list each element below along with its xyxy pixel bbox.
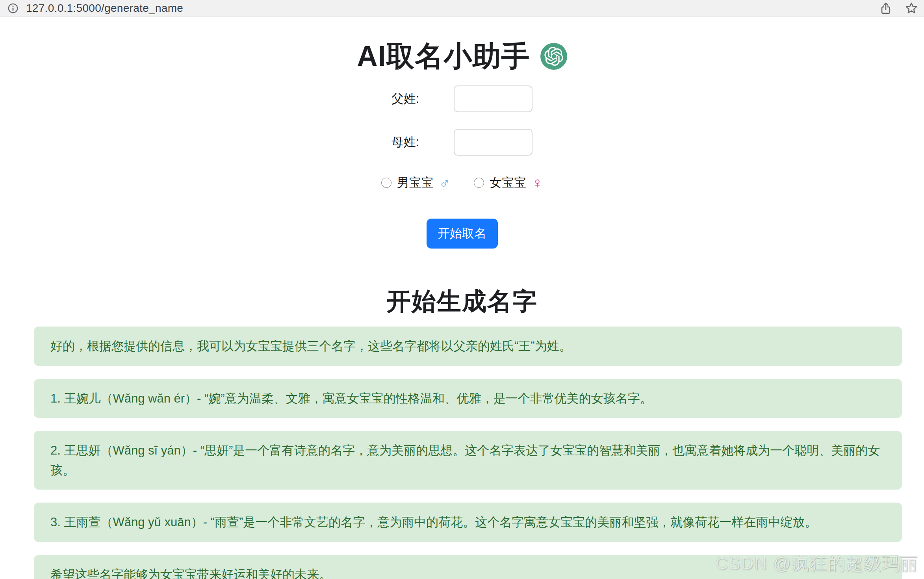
result-message: 希望这些名字能够为女宝宝带来好运和美好的未来。 [34,555,902,579]
openai-logo [540,43,567,70]
info-circle-icon[interactable] [7,2,19,14]
naming-form: 父姓: 母姓: [0,85,924,156]
male-icon: ♂ [439,175,451,190]
result-message: 1. 王婉儿（Wǎng wǎn ér）- “婉”意为温柔、文雅，寓意女宝宝的性格… [34,379,902,418]
mother-surname-input[interactable] [454,129,533,156]
gender-radio-group: 男宝宝 ♂ 女宝宝 ♀ [0,174,924,191]
female-radio[interactable] [474,178,484,188]
male-option-label: 男宝宝 [397,174,434,191]
url-input[interactable]: 127.0.0.1:5000/generate_name [26,2,879,15]
page-header: AI取名小助手 [0,37,924,75]
female-option-label: 女宝宝 [490,174,526,191]
result-message: 3. 王雨萱（Wǎng yǔ xuān）- “雨萱”是一个非常文艺的名字，意为雨… [34,503,902,542]
result-message: 好的，根据您提供的信息，我可以为女宝宝提供三个名字，这些名字都将以父亲的姓氏“王… [34,327,902,366]
father-surname-input[interactable] [454,85,533,112]
gender-option-female[interactable]: 女宝宝 ♀ [474,174,543,191]
gender-option-male[interactable]: 男宝宝 ♂ [381,174,451,191]
share-icon[interactable] [879,2,892,15]
mother-surname-label: 母姓: [391,134,419,150]
star-outline-icon[interactable] [904,1,918,15]
results-heading: 开始生成名字 [0,285,924,318]
male-radio[interactable] [381,178,391,188]
father-surname-label: 父姓: [391,91,419,107]
results-list: 好的，根据您提供的信息，我可以为女宝宝提供三个名字，这些名字都将以父亲的姓氏“王… [34,327,902,579]
start-naming-button[interactable]: 开始取名 [427,219,498,249]
page-title: AI取名小助手 [357,37,530,75]
result-message: 2. 王思妍（Wǎng sī yán）- “思妍”是一个富有诗意的名字，意为美丽… [34,431,902,490]
female-icon: ♀ [532,175,543,190]
browser-address-bar: 127.0.0.1:5000/generate_name [0,0,924,17]
